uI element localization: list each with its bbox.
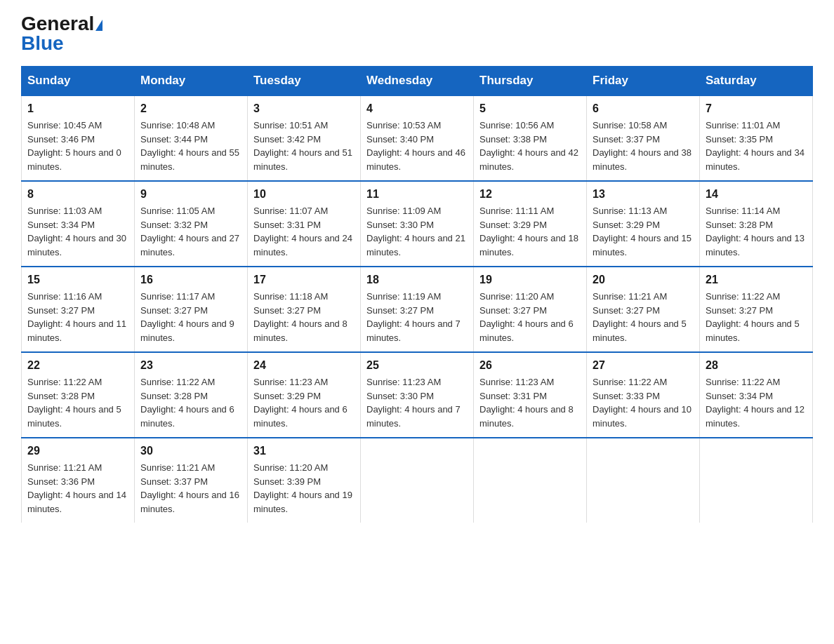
calendar-cell: 2Sunrise: 10:48 AMSunset: 3:44 PMDayligh… [135, 95, 248, 181]
day-number: 3 [253, 100, 355, 117]
day-info: Sunrise: 11:20 AMSunset: 3:39 PMDaylight… [253, 462, 352, 514]
calendar-cell: 22Sunrise: 11:22 AMSunset: 3:28 PMDaylig… [22, 352, 135, 438]
calendar-cell: 13Sunrise: 11:13 AMSunset: 3:29 PMDaylig… [587, 181, 700, 267]
logo-general: General [21, 13, 94, 34]
day-number: 12 [479, 186, 581, 203]
day-info: Sunrise: 10:53 AMSunset: 3:40 PMDaylight… [366, 120, 465, 172]
day-info: Sunrise: 11:22 AMSunset: 3:27 PMDaylight… [706, 291, 800, 343]
calendar-cell: 6Sunrise: 10:58 AMSunset: 3:37 PMDayligh… [587, 95, 700, 181]
day-info: Sunrise: 11:20 AMSunset: 3:27 PMDaylight… [479, 291, 574, 343]
day-number: 14 [706, 186, 807, 203]
day-info: Sunrise: 11:22 AMSunset: 3:33 PMDaylight… [593, 377, 691, 429]
calendar-cell: 19Sunrise: 11:20 AMSunset: 3:27 PMDaylig… [474, 267, 587, 352]
day-number: 16 [140, 271, 241, 288]
calendar-cell: 15Sunrise: 11:16 AMSunset: 3:27 PMDaylig… [22, 267, 135, 352]
day-info: Sunrise: 10:56 AMSunset: 3:38 PMDaylight… [479, 120, 578, 172]
calendar-cell: 1Sunrise: 10:45 AMSunset: 3:46 PMDayligh… [22, 95, 135, 181]
calendar-cell: 9Sunrise: 11:05 AMSunset: 3:32 PMDayligh… [135, 181, 248, 267]
calendar-cell: 10Sunrise: 11:07 AMSunset: 3:31 PMDaylig… [248, 181, 361, 267]
calendar-cell: 7Sunrise: 11:01 AMSunset: 3:35 PMDayligh… [700, 95, 813, 181]
day-info: Sunrise: 10:48 AMSunset: 3:44 PMDaylight… [140, 120, 239, 172]
day-number: 19 [479, 271, 581, 288]
calendar-cell: 17Sunrise: 11:18 AMSunset: 3:27 PMDaylig… [248, 267, 361, 352]
calendar-cell: 27Sunrise: 11:22 AMSunset: 3:33 PMDaylig… [587, 352, 700, 438]
day-number: 17 [253, 271, 355, 288]
day-info: Sunrise: 11:16 AMSunset: 3:27 PMDaylight… [27, 291, 126, 343]
calendar-cell: 24Sunrise: 11:23 AMSunset: 3:29 PMDaylig… [248, 352, 361, 438]
calendar-cell [361, 438, 474, 523]
day-info: Sunrise: 10:58 AMSunset: 3:37 PMDaylight… [593, 120, 691, 172]
day-number: 18 [366, 271, 468, 288]
logo: General Blue [21, 14, 102, 53]
page-header: General Blue [21, 14, 813, 53]
day-number: 13 [593, 186, 694, 203]
calendar-cell: 8Sunrise: 11:03 AMSunset: 3:34 PMDayligh… [22, 181, 135, 267]
logo-triangle-icon [95, 20, 102, 31]
day-info: Sunrise: 11:11 AMSunset: 3:29 PMDaylight… [479, 206, 578, 257]
day-number: 11 [366, 186, 468, 203]
day-info: Sunrise: 11:18 AMSunset: 3:27 PMDaylight… [253, 291, 348, 343]
calendar-table: SundayMondayTuesdayWednesdayThursdayFrid… [21, 66, 813, 523]
day-info: Sunrise: 10:45 AMSunset: 3:46 PMDaylight… [27, 120, 121, 172]
day-info: Sunrise: 11:14 AMSunset: 3:28 PMDaylight… [706, 206, 805, 257]
calendar-cell: 20Sunrise: 11:21 AMSunset: 3:27 PMDaylig… [587, 267, 700, 352]
day-info: Sunrise: 11:21 AMSunset: 3:37 PMDaylight… [140, 462, 239, 514]
day-number: 1 [27, 100, 128, 117]
weekday-header-tuesday: Tuesday [248, 67, 361, 96]
calendar-cell [474, 438, 587, 523]
day-info: Sunrise: 11:05 AMSunset: 3:32 PMDaylight… [140, 206, 239, 257]
day-number: 9 [140, 186, 241, 203]
calendar-cell [700, 438, 813, 523]
calendar-week-row: 22Sunrise: 11:22 AMSunset: 3:28 PMDaylig… [22, 352, 813, 438]
day-info: Sunrise: 11:03 AMSunset: 3:34 PMDaylight… [27, 206, 126, 257]
day-info: Sunrise: 11:21 AMSunset: 3:36 PMDaylight… [27, 462, 126, 514]
day-number: 29 [27, 443, 128, 459]
day-number: 8 [27, 186, 128, 203]
day-number: 20 [593, 271, 694, 288]
calendar-cell: 11Sunrise: 11:09 AMSunset: 3:30 PMDaylig… [361, 181, 474, 267]
day-info: Sunrise: 11:22 AMSunset: 3:28 PMDaylight… [140, 377, 234, 429]
weekday-header-thursday: Thursday [474, 67, 587, 96]
day-info: Sunrise: 11:23 AMSunset: 3:29 PMDaylight… [253, 377, 348, 429]
day-info: Sunrise: 11:23 AMSunset: 3:30 PMDaylight… [366, 377, 461, 429]
calendar-cell: 12Sunrise: 11:11 AMSunset: 3:29 PMDaylig… [474, 181, 587, 267]
weekday-header-sunday: Sunday [22, 67, 135, 96]
day-info: Sunrise: 11:22 AMSunset: 3:34 PMDaylight… [706, 377, 805, 429]
day-number: 5 [479, 100, 581, 117]
calendar-cell: 5Sunrise: 10:56 AMSunset: 3:38 PMDayligh… [474, 95, 587, 181]
calendar-cell: 23Sunrise: 11:22 AMSunset: 3:28 PMDaylig… [135, 352, 248, 438]
day-number: 28 [706, 357, 807, 374]
calendar-header-row: SundayMondayTuesdayWednesdayThursdayFrid… [22, 67, 813, 96]
day-info: Sunrise: 11:19 AMSunset: 3:27 PMDaylight… [366, 291, 461, 343]
day-number: 31 [253, 443, 355, 459]
day-number: 6 [593, 100, 694, 117]
day-number: 7 [706, 100, 807, 117]
calendar-cell: 18Sunrise: 11:19 AMSunset: 3:27 PMDaylig… [361, 267, 474, 352]
weekday-header-friday: Friday [587, 67, 700, 96]
day-number: 21 [706, 271, 807, 288]
calendar-cell: 25Sunrise: 11:23 AMSunset: 3:30 PMDaylig… [361, 352, 474, 438]
calendar-cell: 28Sunrise: 11:22 AMSunset: 3:34 PMDaylig… [700, 352, 813, 438]
logo-text: General Blue [21, 14, 102, 53]
calendar-week-row: 1Sunrise: 10:45 AMSunset: 3:46 PMDayligh… [22, 95, 813, 181]
logo-blue: Blue [21, 32, 64, 54]
calendar-cell: 4Sunrise: 10:53 AMSunset: 3:40 PMDayligh… [361, 95, 474, 181]
calendar-cell: 14Sunrise: 11:14 AMSunset: 3:28 PMDaylig… [700, 181, 813, 267]
day-info: Sunrise: 11:01 AMSunset: 3:35 PMDaylight… [706, 120, 805, 172]
day-number: 2 [140, 100, 241, 117]
calendar-cell: 30Sunrise: 11:21 AMSunset: 3:37 PMDaylig… [135, 438, 248, 523]
day-info: Sunrise: 11:22 AMSunset: 3:28 PMDaylight… [27, 377, 121, 429]
calendar-cell: 26Sunrise: 11:23 AMSunset: 3:31 PMDaylig… [474, 352, 587, 438]
day-info: Sunrise: 11:21 AMSunset: 3:27 PMDaylight… [593, 291, 687, 343]
weekday-header-monday: Monday [135, 67, 248, 96]
weekday-header-wednesday: Wednesday [361, 67, 474, 96]
calendar-cell: 16Sunrise: 11:17 AMSunset: 3:27 PMDaylig… [135, 267, 248, 352]
day-number: 27 [593, 357, 694, 374]
calendar-week-row: 15Sunrise: 11:16 AMSunset: 3:27 PMDaylig… [22, 267, 813, 352]
day-info: Sunrise: 11:17 AMSunset: 3:27 PMDaylight… [140, 291, 234, 343]
calendar-cell [587, 438, 700, 523]
calendar-cell: 29Sunrise: 11:21 AMSunset: 3:36 PMDaylig… [22, 438, 135, 523]
day-number: 25 [366, 357, 468, 374]
day-info: Sunrise: 11:23 AMSunset: 3:31 PMDaylight… [479, 377, 574, 429]
day-info: Sunrise: 11:07 AMSunset: 3:31 PMDaylight… [253, 206, 352, 257]
